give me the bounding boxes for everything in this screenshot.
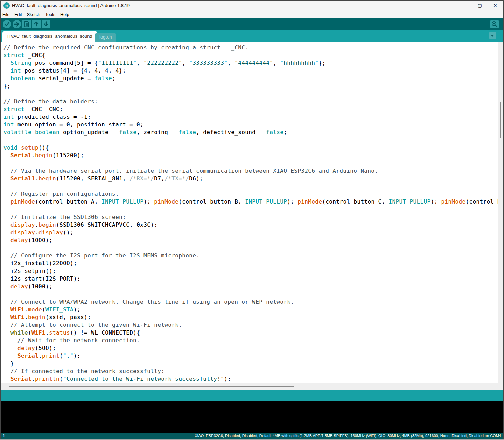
code-line: i2s_install(22000); <box>4 260 498 267</box>
code-line <box>4 206 498 213</box>
verify-button[interactable] <box>3 20 11 28</box>
vertical-scrollbar-thumb[interactable] <box>500 102 501 138</box>
code-line: // Connect to WPA/WPA2 network. Change t… <box>4 298 498 306</box>
serial-monitor-button[interactable] <box>490 20 499 28</box>
code-line: // Via the hardware serial port, initiat… <box>4 167 498 175</box>
save-button[interactable] <box>42 20 50 28</box>
menu-edit[interactable]: Edit <box>12 11 24 18</box>
code-line: Serial.print("."); <box>4 352 498 360</box>
new-sketch-button[interactable] <box>22 20 31 28</box>
code-line <box>4 290 498 298</box>
code-line: Serial.println("Connected to the Wi-Fi n… <box>4 375 498 383</box>
code-line <box>4 159 498 167</box>
menubar: FileEditSketchToolsHelp <box>0 11 504 18</box>
code-line: // Initialize the SSD1306 screen: <box>4 213 498 221</box>
minimize-button[interactable]: — <box>456 0 472 11</box>
code-line: i2s_setpin(); <box>4 267 498 275</box>
code-line: delay(1000); <box>4 283 498 290</box>
code-line <box>4 90 498 98</box>
window-border-left <box>0 0 1 439</box>
menu-file[interactable]: File <box>0 11 12 18</box>
code-line: boolean serial_update = false; <box>4 75 498 82</box>
menu-tools[interactable]: Tools <box>43 11 58 18</box>
arduino-ide-window: ∞ HVAC_fault_diagnosis_anomalous_sound |… <box>0 0 504 440</box>
code-line: int pos_status[4] = {4, 4, 4, 4}; <box>4 67 498 75</box>
code-line: pinMode(control_button_A, INPUT_PULLUP);… <box>4 198 498 206</box>
code-line: Serial1.begin(115200, SERIAL_8N1, /*RX=*… <box>4 175 498 183</box>
menu-sketch[interactable]: Sketch <box>24 11 43 18</box>
status-message-strip <box>0 390 504 401</box>
document-icon <box>22 20 31 28</box>
code-line: struct _CNC{ <box>4 51 498 59</box>
titlebar: ∞ HVAC_fault_diagnosis_anomalous_sound |… <box>0 0 504 11</box>
window-title: HVAC_fault_diagnosis_anomalous_sound | A… <box>12 0 130 11</box>
code-line: i2s_start(I2S_PORT); <box>4 275 498 283</box>
code-line: // Register pin configurations. <box>4 190 498 198</box>
code-line: volatile boolean option_update = false, … <box>4 129 498 136</box>
window-border-bottom[interactable] <box>0 439 504 440</box>
code-area[interactable]: // Define the required CNC configuration… <box>4 44 498 383</box>
code-line <box>4 136 498 144</box>
code-line: struct _CNC _CNC; <box>4 105 498 113</box>
arrow-down-icon <box>42 20 50 28</box>
current-line-number: 1 <box>3 433 5 439</box>
board-info-text: XIAO_ESP32C6, Disabled, Disabled, Defaul… <box>195 433 501 439</box>
code-line: String pos_command[5] = {"111111111", "2… <box>4 59 498 67</box>
check-icon <box>3 20 11 28</box>
maximize-button[interactable]: ▢ <box>472 0 488 11</box>
code-line: display.display(); <box>4 229 498 236</box>
code-editor[interactable]: // Define the required CNC configuration… <box>0 42 504 383</box>
tab-main-sketch[interactable]: HVAC_fault_diagnosis_anomalous_sound <box>2 31 97 42</box>
code-line: // Define the data holders: <box>4 98 498 105</box>
upload-button[interactable] <box>13 20 21 28</box>
code-line: display.begin(SSD1306_SWITCHCAPVCC, 0x3C… <box>4 221 498 229</box>
close-button[interactable]: ✕ <box>487 0 503 11</box>
code-line: // Wait for the network connection. <box>4 337 498 344</box>
tabstrip: HVAC_fault_diagnosis_anomalous_sound log… <box>0 30 504 42</box>
horizontal-scrollbar-thumb[interactable] <box>9 386 294 387</box>
code-line <box>4 183 498 190</box>
code-line: WiFi.mode(WIFI_STA); <box>4 306 498 314</box>
console-output <box>0 401 504 433</box>
magnifier-icon <box>490 20 499 28</box>
tab-logo-h[interactable]: logo.h <box>95 33 116 42</box>
tab-list-dropdown-button[interactable] <box>489 32 496 39</box>
chevron-down-icon <box>491 35 494 37</box>
code-line: Serial.begin(115200); <box>4 152 498 159</box>
arduino-logo-icon: ∞ <box>4 2 10 9</box>
arrow-up-icon <box>32 20 41 28</box>
code-line: // Attempt to connect to the given Wi-Fi… <box>4 321 498 329</box>
code-line: } <box>4 360 498 367</box>
menu-help[interactable]: Help <box>58 11 72 18</box>
code-line: WiFi.begin(ssid, pass); <box>4 314 498 321</box>
code-line <box>4 244 498 252</box>
code-line: }; <box>4 82 498 90</box>
horizontal-scrollbar[interactable] <box>0 383 504 390</box>
code-line: delay(500); <box>4 344 498 352</box>
code-line: // Define the required CNC configuration… <box>4 44 498 51</box>
code-line: while(WiFi.status() != WL_CONNECTED){ <box>4 329 498 337</box>
code-line: // Configure the I2S port for the I2S ME… <box>4 252 498 260</box>
open-button[interactable] <box>32 20 41 28</box>
linestatus-bar: 1 XIAO_ESP32C6, Disabled, Disabled, Defa… <box>0 433 504 439</box>
code-line: delay(1000); <box>4 236 498 244</box>
arrow-right-icon <box>13 20 21 28</box>
code-line: void setup(){ <box>4 144 498 152</box>
toolbar <box>0 18 504 30</box>
code-line: int predicted_class = -1; <box>4 113 498 121</box>
code-line: int menu_option = 0, position_start = 0; <box>4 121 498 129</box>
code-line: // If connected to the network successfu… <box>4 367 498 375</box>
vertical-scrollbar[interactable] <box>498 42 503 383</box>
window-border-top <box>0 0 504 1</box>
